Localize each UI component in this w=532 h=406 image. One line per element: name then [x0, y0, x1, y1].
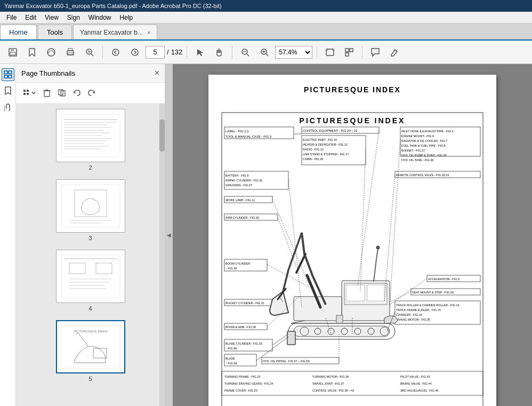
thumbnail-image-4: [56, 250, 125, 303]
thumbnail-image-5: PICTURESQUE INDEX: [56, 320, 125, 373]
thumbnail-page-3[interactable]: 3: [16, 174, 165, 244]
svg-line-8: [91, 54, 93, 56]
svg-rect-31: [23, 93, 26, 95]
sidebar-close-button[interactable]: ×: [155, 68, 159, 78]
svg-line-14: [247, 54, 249, 56]
sidebar-undo-button[interactable]: [70, 86, 83, 100]
page-separator: /: [167, 48, 169, 56]
prev-page-button[interactable]: [107, 44, 124, 61]
share-button[interactable]: [43, 44, 60, 61]
cursor-tool-button[interactable]: [191, 44, 208, 61]
tab-home[interactable]: Home: [0, 25, 37, 39]
toolbar: / 132 57.4% 50% 75% 100% 125% 150%: [0, 41, 532, 64]
svg-text:CONTROL VALVE···FIG.38～42: CONTROL VALVE···FIG.38～42: [312, 389, 354, 392]
collapse-icon: ◀: [167, 232, 171, 238]
bookmark-icon: [27, 47, 37, 57]
svg-text:GREASING···FIG.57: GREASING···FIG.57: [225, 184, 252, 187]
hand-tool-button[interactable]: [211, 44, 228, 61]
menu-help[interactable]: Help: [116, 13, 138, 22]
thumbnail-page-4[interactable]: 4: [16, 244, 165, 315]
thumbnail-image-2: [56, 109, 125, 162]
svg-text:···FIG.59: ···FIG.59: [225, 362, 237, 365]
thumbnails-icon[interactable]: [2, 68, 14, 81]
svg-rect-27: [4, 75, 7, 78]
svg-rect-1: [11, 49, 14, 51]
svg-text:BRAKE VALVE···FIG.44: BRAKE VALVE···FIG.44: [400, 382, 432, 385]
toolbar-separator-3: [232, 46, 232, 59]
thumbnail-label-3: 3: [88, 235, 92, 241]
zoom-out-button[interactable]: [237, 44, 254, 61]
bookmark-button[interactable]: [23, 44, 41, 61]
zoom-in-icon: [260, 47, 269, 57]
thumbnail-image-3: [56, 179, 125, 233]
markup-icon: [390, 47, 399, 57]
collapse-handle[interactable]: ◀: [165, 64, 173, 406]
thumbnail-page-2[interactable]: 2: [16, 104, 165, 174]
svg-text:RADIATOR & OIL COOLER···FIG.7: RADIATOR & OIL COOLER···FIG.7: [401, 139, 447, 142]
svg-rect-2: [10, 52, 15, 55]
svg-text:TRACK ROLLER & CARRIER ROLLER·: TRACK ROLLER & CARRIER ROLLER···FIG.14: [396, 304, 460, 307]
next-page-icon: [131, 48, 139, 57]
print-button[interactable]: [62, 44, 79, 61]
bookmarks-icon[interactable]: [2, 84, 14, 97]
menu-edit[interactable]: Edit: [21, 13, 41, 22]
next-page-button[interactable]: [126, 44, 143, 61]
svg-rect-30: [27, 90, 29, 92]
thumbnail-page-5[interactable]: PICTURESQUE INDEX 5: [16, 315, 165, 385]
save-icon: [8, 47, 18, 57]
svg-text:3RD VALVE(VALVE)···FIG.45: 3RD VALVE(VALVE)···FIG.45: [400, 389, 438, 392]
svg-text:BUCKET CYLINDER···FIG.31: BUCKET CYLINDER···FIG.31: [225, 301, 264, 305]
svg-point-144: [376, 246, 380, 249]
sidebar-scrollbar[interactable]: [159, 104, 165, 406]
zoom-select[interactable]: 57.4% 50% 75% 100% 125% 150%: [275, 46, 312, 59]
svg-text:TOOL & MANUAL CASE···FIG.3: TOOL & MANUAL CASE···FIG.3: [225, 135, 272, 138]
toolbar-separator-4: [317, 46, 317, 59]
svg-text:SEAT MOUNT & STEP···FIG.26: SEAT MOUNT & STEP···FIG.26: [412, 291, 454, 294]
svg-rect-145: [336, 315, 343, 323]
svg-text:TURNING MOTOR···FIG.36: TURNING MOTOR···FIG.36: [312, 375, 349, 378]
pdf-title: PICTURESQUE INDEX: [219, 85, 486, 94]
enhance-button[interactable]: [81, 44, 98, 61]
zoom-in-button[interactable]: [256, 44, 273, 61]
comment-icon: [370, 47, 380, 57]
svg-text:HEATER & DEFROSTER···FIG.12: HEATER & DEFROSTER···FIG.12: [303, 143, 348, 146]
tab-document[interactable]: Yanmar Excavator b... ×: [73, 25, 157, 39]
page-number-input[interactable]: [146, 46, 165, 59]
svg-text:TURNING DRIVING GEARS···FIG.24: TURNING DRIVING GEARS···FIG.24: [224, 382, 273, 385]
svg-rect-53: [61, 255, 120, 298]
menu-view[interactable]: View: [41, 13, 63, 22]
arrange-button[interactable]: [341, 44, 358, 61]
svg-text:RADIO···FIG.13: RADIO···FIG.13: [303, 148, 324, 151]
menu-sign[interactable]: Sign: [63, 13, 84, 22]
sidebar-options-button[interactable]: [20, 86, 38, 100]
svg-point-11: [112, 49, 119, 55]
svg-text:LABEL···FIG.1,2: LABEL···FIG.1,2: [225, 130, 249, 133]
pdf-area[interactable]: PICTURESQUE INDEX PICTURESQUE INDEX LABE…: [173, 64, 532, 406]
svg-text:BOOM & ARM···FIG.58: BOOM & ARM···FIG.58: [225, 325, 256, 329]
arrange-icon: [344, 47, 354, 57]
svg-rect-32: [27, 93, 29, 95]
sidebar-extract-button[interactable]: [55, 86, 68, 100]
thumbnails-container[interactable]: 2 3: [16, 104, 165, 406]
tab-close-button[interactable]: ×: [147, 29, 150, 36]
fit-page-button[interactable]: [321, 44, 338, 61]
menu-bar: File Edit View Sign Window Help: [0, 12, 532, 23]
toolbar-separator-1: [102, 46, 103, 59]
comment-button[interactable]: [367, 44, 384, 61]
svg-text:ELECTRIC PART···FIG.10: ELECTRIC PART···FIG.10: [303, 138, 337, 141]
sidebar-delete-button[interactable]: [41, 86, 53, 100]
pdf-page: PICTURESQUE INDEX PICTURESQUE INDEX LABE…: [208, 75, 496, 406]
attachments-icon[interactable]: [2, 100, 14, 113]
menu-file[interactable]: File: [2, 13, 21, 22]
sidebar-redo-button[interactable]: [85, 86, 98, 100]
thumbnail-label-5: 5: [88, 376, 92, 382]
svg-text:···FIG.29: ···FIG.29: [225, 267, 237, 270]
title-text: Yanmar Excavator b50-1_europa Parts Cata…: [4, 3, 222, 9]
menu-window[interactable]: Window: [84, 13, 116, 22]
svg-rect-130: [294, 326, 390, 337]
save-button[interactable]: [4, 44, 21, 61]
sidebar-scrollbar-thumb[interactable]: [159, 120, 165, 152]
svg-rect-143: [287, 331, 295, 345]
markup-button[interactable]: [386, 44, 403, 61]
tab-tools[interactable]: Tools: [38, 25, 72, 39]
